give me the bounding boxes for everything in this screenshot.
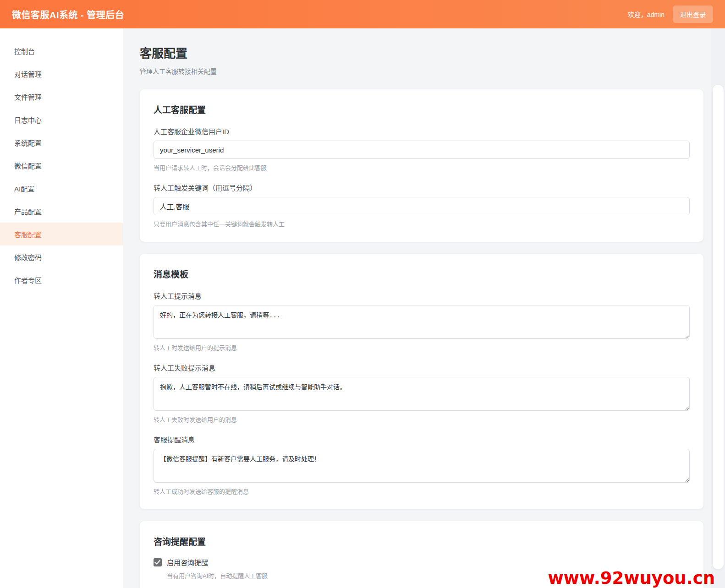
servicer-userid-input[interactable] — [154, 141, 690, 159]
sidebar-item-product-config[interactable]: 产品配置 — [0, 200, 123, 223]
transfer-message-textarea[interactable]: 好的，正在为您转接人工客服，请稍等... — [154, 305, 690, 339]
field-transfer-message: 转人工提示消息 好的，正在为您转接人工客服，请稍等... 转人工时发送给用户的提… — [154, 291, 690, 352]
welcome-text: 欢迎，admin — [628, 10, 665, 19]
enable-notify-label: 启用咨询提醒 — [167, 557, 208, 567]
scrollbar-thumb[interactable] — [713, 85, 724, 569]
sidebar-item-conversations[interactable]: 对话管理 — [0, 62, 123, 85]
transfer-fail-message-textarea[interactable]: 抱歉，人工客服暂时不在线，请稍后再试或继续与智能助手对话。 — [154, 377, 690, 411]
field-servicer-userid: 人工客服企业微信用户ID 当用户请求转人工时，会话会分配给此客服 — [154, 126, 690, 172]
transfer-message-label: 转人工提示消息 — [154, 291, 690, 300]
transfer-fail-message-help: 转人工失败时发送给用户的消息 — [154, 415, 690, 424]
header-right-group: 欢迎，admin 退出登录 — [628, 5, 713, 23]
servicer-userid-help: 当用户请求转人工时，会话会分配给此客服 — [154, 163, 690, 172]
card-notify-title: 咨询提醒配置 — [154, 535, 690, 547]
field-agent-reminder-message: 客服提醒消息 【微信客服提醒】有新客户需要人工服务，请及时处理！ 转人工成功时发… — [154, 435, 690, 495]
logout-button[interactable]: 退出登录 — [673, 5, 713, 23]
admin-app: 微信客服AI系统 - 管理后台 欢迎，admin 退出登录 控制台 对话管理 文… — [0, 0, 725, 588]
transfer-fail-message-label: 转人工失败提示消息 — [154, 363, 690, 372]
sidebar-item-wechat-config[interactable]: 微信配置 — [0, 154, 123, 177]
agent-reminder-message-textarea[interactable]: 【微信客服提醒】有新客户需要人工服务，请及时处理！ — [154, 449, 690, 483]
app-title: 微信客服AI系统 - 管理后台 — [12, 8, 124, 21]
sidebar-item-dashboard[interactable]: 控制台 — [0, 39, 123, 62]
sidebar-item-ai-config[interactable]: AI配置 — [0, 177, 123, 200]
trigger-keywords-help: 只要用户消息包含其中任一关键词就会触发转人工 — [154, 219, 690, 228]
page-title: 客服配置 — [140, 44, 711, 61]
sidebar-item-logs[interactable]: 日志中心 — [0, 108, 123, 131]
transfer-message-help: 转人工时发送给用户的提示消息 — [154, 343, 690, 352]
main-content: 客服配置 管理人工客服转接相关配置 人工客服配置 人工客服企业微信用户ID 当用… — [124, 28, 711, 588]
scrollbar-track[interactable] — [711, 28, 725, 588]
field-transfer-fail-message: 转人工失败提示消息 抱歉，人工客服暂时不在线，请稍后再试或继续与智能助手对话。 … — [154, 363, 690, 424]
sidebar-item-system-config[interactable]: 系统配置 — [0, 131, 123, 154]
sidebar-item-service-config[interactable]: 客服配置 — [0, 223, 123, 245]
sidebar-item-files[interactable]: 文件管理 — [0, 85, 123, 108]
sidebar-item-change-password[interactable]: 修改密码 — [0, 245, 123, 268]
enable-notify-row[interactable]: 启用咨询提醒 — [154, 557, 690, 567]
page-subtitle: 管理人工客服转接相关配置 — [140, 66, 711, 76]
trigger-keywords-input[interactable] — [154, 197, 690, 215]
field-trigger-keywords: 转人工触发关键词（用逗号分隔） 只要用户消息包含其中任一关键词就会触发转人工 — [154, 183, 690, 228]
agent-reminder-message-label: 客服提醒消息 — [154, 435, 690, 444]
watermark-text: www.92wuyou.cn — [548, 568, 715, 588]
servicer-userid-label: 人工客服企业微信用户ID — [154, 126, 690, 136]
sidebar-nav: 控制台 对话管理 文件管理 日志中心 系统配置 微信配置 AI配置 产品配置 客… — [0, 28, 123, 588]
top-header-bar: 微信客服AI系统 - 管理后台 欢迎，admin 退出登录 — [0, 0, 725, 28]
enable-notify-checkbox[interactable] — [154, 558, 162, 566]
sidebar-item-author-zone[interactable]: 作者专区 — [0, 268, 123, 291]
agent-reminder-message-help: 转人工成功时发送给客服的提醒消息 — [154, 487, 690, 495]
card-message-templates: 消息模板 转人工提示消息 好的，正在为您转接人工客服，请稍等... 转人工时发送… — [140, 254, 703, 509]
card-agent-config: 人工客服配置 人工客服企业微信用户ID 当用户请求转人工时，会话会分配给此客服 … — [140, 89, 703, 242]
card-agent-title: 人工客服配置 — [154, 103, 690, 115]
card-templates-title: 消息模板 — [154, 267, 690, 280]
trigger-keywords-label: 转人工触发关键词（用逗号分隔） — [154, 183, 690, 192]
